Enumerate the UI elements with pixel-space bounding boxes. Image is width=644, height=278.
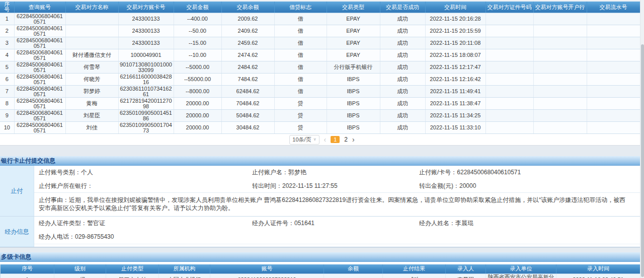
column-header: 止付结果 — [383, 264, 446, 273]
table-cell: 成功 — [380, 49, 425, 61]
table-row[interactable]: 46228450068040610571财付通微信支付1000049901--1… — [0, 49, 640, 61]
table-cell: 借 — [274, 74, 327, 86]
table-row[interactable]: 86228450068040610571黄梅621728194200112709… — [0, 98, 640, 110]
column-header: 序号 — [1, 264, 54, 273]
table-cell — [486, 37, 533, 49]
table-cell: EPAY — [327, 13, 380, 25]
table-cell: --5000.00 — [174, 61, 221, 74]
table-cell: 第三方止付 — [106, 273, 159, 278]
table-cell — [533, 13, 587, 25]
page-size-select[interactable]: 10条/页 ∨ — [289, 135, 319, 145]
table-cell: 刘星臣 — [65, 110, 118, 122]
table-cell: 黄梅 — [65, 98, 118, 110]
table-cell: 1 — [0, 13, 14, 25]
field-handler-name: 经办人姓名：李晨琨 — [419, 219, 644, 228]
table-cell: 7484.62 — [221, 74, 274, 86]
table-cell: --8000.00 — [174, 86, 221, 98]
handler-group-footer-divider — [34, 244, 644, 247]
page-1-button[interactable]: 1 — [331, 136, 340, 143]
table-row[interactable]: 76228450068040610571郭梦婷62303611010734162… — [0, 86, 640, 98]
column-header: 所属机构 — [159, 264, 210, 273]
table-cell: 6228450068040610571 — [14, 86, 65, 98]
table-cell: 成功 — [380, 86, 425, 98]
table-cell: 6228450068040610571 — [14, 25, 65, 37]
table-cell — [533, 61, 587, 74]
page-root: { "transactions": { "headers": ["序号","查询… — [0, 0, 644, 278]
table-cell — [587, 61, 640, 74]
table-cell: 借 — [274, 49, 327, 61]
table-cell — [486, 49, 533, 61]
table-row[interactable]: 56228450068040610571何雪琴90107130801001000… — [0, 61, 640, 74]
column-header: 交易类型 — [327, 2, 380, 13]
table-cell: 2484.62 — [221, 61, 274, 74]
table-cell: 2022-11-15 11:33:10 — [425, 122, 486, 134]
table-cell: 成功 — [380, 110, 425, 122]
field-stop-account-type: 止付账号类别：个人 — [39, 168, 252, 177]
table-cell: 1000049901 — [118, 49, 174, 61]
column-header: 交易对方名称 — [65, 2, 118, 13]
multi-card-table-body: 1一级第三方止付中国农业银行6228412860827322819成功李晨琨陕西… — [1, 273, 640, 278]
table-cell: 分行版手机银行 — [327, 61, 380, 74]
table-cell — [486, 74, 533, 86]
table-cell: IBPS — [327, 122, 380, 134]
scrollbar-thumb[interactable] — [641, 44, 644, 277]
table-row[interactable]: 36228450068040610571243300133--15.002459… — [0, 37, 640, 49]
table-header-row: 序号查询账号交易对方名称交易对方账卡号交易金额交易余额借贷标志交易类型交易是否成… — [0, 2, 640, 13]
stop-group-label: 止付 — [0, 166, 34, 216]
table-cell: 贷 — [274, 98, 327, 110]
column-header: 录入时间 — [556, 264, 640, 273]
column-header: 交易是否成功 — [380, 2, 425, 13]
table-cell — [587, 86, 640, 98]
table-cell: 2022-11-15 12:16:42 — [425, 74, 486, 86]
table-cell: 何雪琴 — [65, 61, 118, 74]
transactions-table-body: 16228450068040610571243300133--400.00200… — [0, 13, 640, 134]
table-cell: IBPS — [327, 98, 380, 110]
column-header: 录入单位 — [486, 264, 556, 273]
table-cell — [533, 74, 587, 86]
table-cell: 2022-11-16 03:40:51 — [556, 273, 640, 278]
prev-page-button[interactable]: ‹ — [324, 135, 327, 144]
vertical-scrollbar[interactable] — [640, 0, 644, 278]
table-cell: 9 — [0, 110, 14, 122]
table-cell: 2 — [0, 25, 14, 37]
table-cell: 6228450068040610571 — [14, 98, 65, 110]
table-cell: 2022-11-15 11:38:47 — [425, 98, 486, 110]
table-cell — [587, 13, 640, 25]
table-cell — [533, 110, 587, 122]
table-cell: IBPS — [327, 86, 380, 98]
table-cell: 2022-11-15 11:34:25 — [425, 110, 486, 122]
page-2-button[interactable]: 2 — [344, 136, 348, 143]
table-cell — [486, 61, 533, 74]
table-cell — [533, 122, 587, 134]
table-cell: 何晓芳 — [65, 74, 118, 86]
table-row[interactable]: 1一级第三方止付中国农业银行6228412860827322819成功李晨琨陕西… — [1, 273, 640, 278]
column-header: 查询账号 — [14, 2, 65, 13]
table-cell — [587, 25, 640, 37]
column-header: 交易对方账号开户行 — [533, 2, 587, 13]
table-row[interactable]: 96228450068040610571刘星臣62350109905001451… — [0, 110, 640, 122]
transactions-table-header: 序号查询账号交易对方名称交易对方账卡号交易金额交易余额借贷标志交易类型交易是否成… — [0, 2, 640, 13]
table-cell: 10 — [0, 122, 14, 134]
table-cell: 6228450068040610571 — [14, 110, 65, 122]
table-cell: 6228450068040610571 — [14, 13, 65, 25]
table-cell: --50.00 — [174, 25, 221, 37]
table-cell: 陕西省西安市公安局高新分局刑警大队 — [486, 273, 556, 278]
table-row[interactable]: 16228450068040610571243300133--400.00200… — [0, 13, 640, 25]
table-cell: 郭梦婷 — [65, 86, 118, 98]
column-header: 交易对方账卡号 — [118, 2, 174, 13]
next-page-button[interactable]: › — [352, 135, 355, 144]
table-cell: 6235010990500145186 — [118, 110, 174, 122]
stop-field-row-1: 止付账号类别：个人 止付账户名：郭梦艳 止付账/卡号：6228450068040… — [34, 166, 644, 179]
table-cell: --400.00 — [174, 13, 221, 25]
table-cell: 7 — [0, 86, 14, 98]
table-cell: 2022-11-15 12:17:47 — [425, 61, 486, 74]
table-row[interactable]: 66228450068040610571何晓芳62166116000038428… — [0, 74, 640, 86]
table-cell — [533, 98, 587, 110]
column-header: 借贷标志 — [274, 2, 327, 13]
table-cell: 5 — [0, 61, 14, 74]
table-row[interactable]: 26228450068040610571243300133--50.002409… — [0, 25, 640, 37]
table-cell — [486, 98, 533, 110]
table-row[interactable]: 106228450068040610571刘佳62350109905001704… — [0, 122, 640, 134]
stop-payment-section-title: 银行卡止付提交信息 — [0, 156, 644, 166]
table-cell: 1 — [1, 273, 54, 278]
